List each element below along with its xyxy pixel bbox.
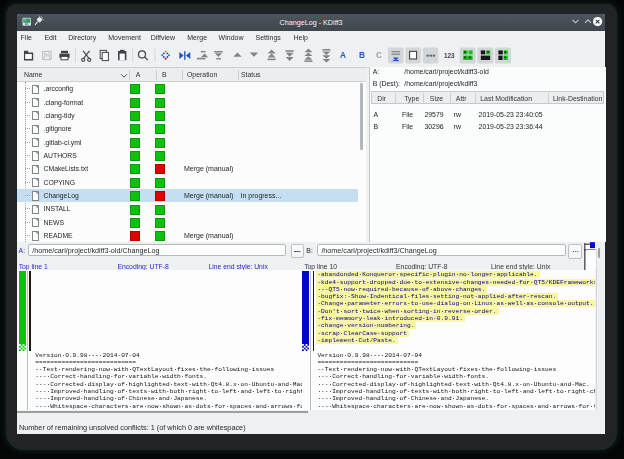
svg-text:123: 123	[444, 52, 455, 59]
svg-text:B: B	[359, 51, 365, 60]
svg-text:A: A	[340, 51, 346, 60]
svg-text:C: C	[376, 51, 382, 60]
